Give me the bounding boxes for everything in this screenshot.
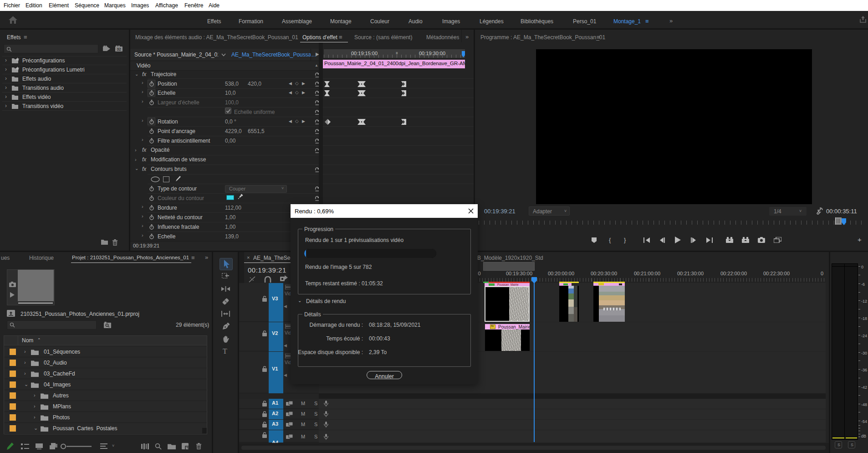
svg-text:32: 32	[117, 47, 121, 51]
